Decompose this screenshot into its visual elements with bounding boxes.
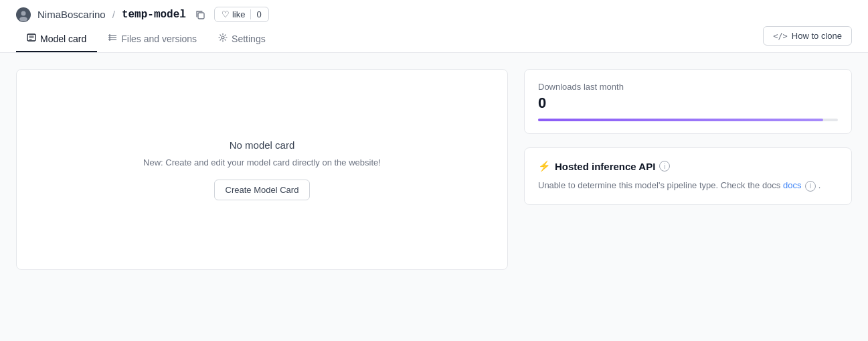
inference-title-row: ⚡ Hosted inference API i: [538, 160, 838, 172]
breadcrumb-username[interactable]: NimaBoscarino: [37, 9, 106, 20]
files-versions-tab-icon: [108, 33, 117, 44]
main-content: No model card New: Create and edit your …: [0, 53, 868, 286]
heart-icon: ♡: [222, 9, 230, 19]
svg-point-12: [222, 36, 224, 39]
inference-api-card: ⚡ Hosted inference API i Unable to deter…: [524, 147, 852, 205]
right-panel: Downloads last month 0 ⚡ Hosted inferenc…: [524, 69, 852, 270]
model-name: temp-model: [122, 9, 186, 21]
tabs-nav: Model card Files and versions: [16, 26, 276, 52]
tab-files-versions[interactable]: Files and versions: [97, 26, 207, 52]
how-to-clone-button[interactable]: </> How to clone: [763, 26, 852, 46]
globe-icon: [16, 7, 31, 22]
downloads-label: Downloads last month: [538, 82, 838, 92]
tab-settings-label: Settings: [232, 33, 266, 44]
tab-settings[interactable]: Settings: [207, 26, 276, 52]
svg-rect-3: [198, 13, 204, 19]
like-count: 0: [250, 9, 261, 19]
downloads-count: 0: [538, 94, 838, 112]
like-button[interactable]: ♡ like 0: [214, 7, 269, 22]
create-model-card-button[interactable]: Create Model Card: [214, 180, 311, 200]
model-card-area: No model card New: Create and edit your …: [16, 69, 508, 270]
downloads-bar-background: [538, 119, 838, 121]
inference-info-circle[interactable]: i: [805, 181, 816, 192]
svg-point-1: [21, 11, 26, 15]
breadcrumb-separator: /: [112, 9, 115, 20]
like-label: like: [232, 9, 246, 19]
tab-model-card[interactable]: Model card: [16, 26, 97, 52]
user-avatar-svg: [16, 7, 31, 22]
downloads-card: Downloads last month 0: [524, 69, 852, 134]
svg-point-2: [19, 17, 27, 21]
no-model-card-title: No model card: [230, 139, 295, 151]
tab-files-versions-label: Files and versions: [121, 33, 197, 44]
inference-docs-link[interactable]: docs: [783, 180, 804, 190]
inference-description: Unable to determine this model's pipelin…: [538, 179, 838, 192]
no-model-card-description: New: Create and edit your model card dir…: [143, 157, 381, 167]
code-icon: </>: [773, 31, 788, 41]
inference-info-icon[interactable]: i: [659, 161, 670, 172]
copy-icon: [195, 10, 205, 19]
inference-docs-label: docs: [783, 180, 801, 190]
model-card-tab-icon: [27, 33, 36, 44]
tab-model-card-label: Model card: [40, 33, 86, 44]
copy-model-name-button[interactable]: [193, 9, 207, 21]
settings-tab-icon: [218, 33, 228, 44]
how-to-clone-label: How to clone: [792, 31, 842, 41]
downloads-bar-fill: [538, 119, 823, 121]
inference-desc-text: Unable to determine this model's pipelin…: [538, 180, 780, 190]
inference-api-title: Hosted inference API: [555, 161, 655, 172]
inference-trailing: .: [818, 180, 821, 190]
how-to-clone-wrapper: </> How to clone: [763, 26, 852, 48]
create-model-card-label: Create Model Card: [226, 185, 299, 195]
lightning-icon: ⚡: [538, 160, 551, 172]
